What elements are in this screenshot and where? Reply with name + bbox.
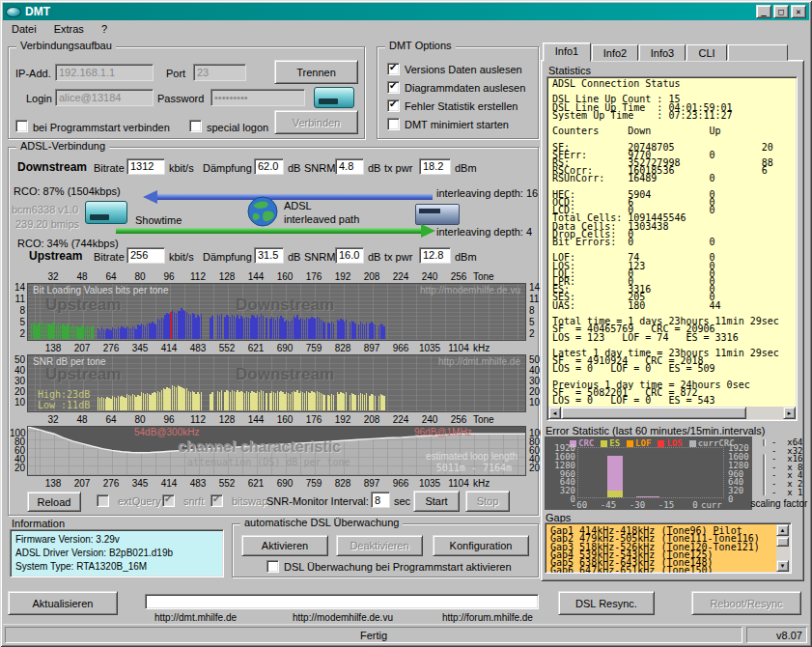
y-axis-label: 11 xyxy=(10,294,25,304)
upstream-arrow xyxy=(116,228,421,234)
konfiguration-button[interactable]: Konfiguration xyxy=(433,535,529,556)
scaling-label-x1[interactable]: - x 1 xyxy=(771,488,803,497)
downstream-arrow-head xyxy=(143,190,157,204)
chip-label: bcm6338 v1.0 xyxy=(12,204,78,215)
snrft-checkbox[interactable] xyxy=(162,494,175,507)
scroll-left-button[interactable]: ◄ xyxy=(548,407,561,419)
autostart-checkbox[interactable] xyxy=(15,120,28,132)
group-dmt-options: DMT Options Versions Daten auslesenDiagr… xyxy=(377,46,539,139)
chart-bar xyxy=(263,316,264,339)
watermark-upstream: Upstream xyxy=(45,295,121,315)
txpwr-label: tx pwr xyxy=(384,251,412,263)
scroll-up-button[interactable]: ▲ xyxy=(776,524,789,536)
upstream-arrow-head xyxy=(421,224,435,238)
minimize-button[interactable]: _ xyxy=(756,5,771,18)
path-sub: interleaved path xyxy=(284,213,359,225)
deaktivieren-button[interactable]: Deaktivieren xyxy=(336,535,423,556)
reboot-resync-button[interactable]: Reboot/Resync xyxy=(691,591,801,615)
axis-tick: 48 xyxy=(76,271,87,282)
link-url-1[interactable]: http://modemhilfe.de.vu xyxy=(293,612,393,623)
title-bar[interactable]: DMT _ □ ✕ xyxy=(3,3,809,20)
statistics-box[interactable]: ADSL Connection Status DSL Line Up Count… xyxy=(546,76,798,421)
chart-bar xyxy=(383,326,384,339)
dmt-option-checkbox[interactable] xyxy=(387,63,400,75)
tab-blank[interactable] xyxy=(728,44,788,61)
error-x-curr-label: curr xyxy=(701,500,722,510)
y-axis-label: 10 xyxy=(10,397,25,408)
link-url-0[interactable]: http://dmt.mhilfe.de xyxy=(154,612,237,623)
h-scrollbar[interactable]: ◄ ► xyxy=(548,407,796,419)
v-scroll-thumb[interactable] xyxy=(776,537,789,547)
verbinden-button[interactable]: Verbinden xyxy=(274,110,358,134)
port-input[interactable] xyxy=(193,64,246,81)
special-logon-checkbox[interactable] xyxy=(189,120,202,132)
gaps-box[interactable]: Gap1 414kHz-418kHz (Tone96) Pilot Gap2 4… xyxy=(545,522,792,574)
axis-tick: 483 xyxy=(190,343,207,353)
group-title: automatische DSL Überwachung xyxy=(240,517,403,528)
stop-button[interactable]: Stop xyxy=(465,491,510,512)
tab-info1[interactable]: Info1 xyxy=(543,42,591,62)
daempfung-unit: dB xyxy=(288,251,300,263)
axis-tick: 240 xyxy=(422,271,438,282)
axis-tick: 80 xyxy=(134,414,145,425)
login-input[interactable] xyxy=(55,89,154,106)
dsl-resync-button[interactable]: DSL Resync. xyxy=(558,591,655,615)
axis-tick: 414 xyxy=(161,478,178,489)
bitswap-checkbox[interactable] xyxy=(210,494,223,507)
chart-bar xyxy=(333,324,334,339)
y-axis-label: 20 xyxy=(10,463,25,473)
aktivieren-button[interactable]: Aktivieren xyxy=(241,535,328,556)
menu-item-datei[interactable]: Datei xyxy=(3,21,45,37)
tab-cli[interactable]: CLI xyxy=(686,44,727,61)
v-scrollbar[interactable]: ▲ ▼ xyxy=(776,524,790,572)
port-label: Port xyxy=(166,68,185,79)
ueberwachung-checkbox[interactable] xyxy=(266,560,279,573)
chart-bar xyxy=(221,390,222,410)
watermark-downstream: Downstream xyxy=(236,295,334,315)
menu-item-extras[interactable]: Extras xyxy=(45,21,93,37)
axis-tick: 96 xyxy=(163,271,174,282)
dmt-option-checkbox[interactable] xyxy=(387,118,400,130)
trennen-button[interactable]: Trennen xyxy=(274,60,358,84)
tab-info2[interactable]: Info2 xyxy=(592,44,638,61)
axis-tick: 128 xyxy=(219,414,236,425)
maximize-button[interactable]: □ xyxy=(773,5,789,18)
extquery-label: extQuery xyxy=(118,495,161,507)
dmt-option-checkbox[interactable] xyxy=(387,81,400,94)
axis-tick: 897 xyxy=(364,343,380,353)
version-label: v8.07 xyxy=(746,627,807,643)
start-button[interactable]: Start xyxy=(413,491,460,512)
extquery-checkbox[interactable] xyxy=(97,494,109,507)
interval-unit: sec xyxy=(394,495,410,507)
bitswap-label: bitswap xyxy=(232,495,267,507)
scroll-down-button[interactable]: ▼ xyxy=(776,560,789,572)
dmt-option-row: Diagrammdaten auslesen xyxy=(387,78,525,96)
slider-thumb[interactable] xyxy=(758,446,770,455)
axis-tick: 240 xyxy=(422,414,438,425)
channel-point-right: 96dB@1MHz xyxy=(414,427,472,437)
tone-axis-bottom: 3248648096112128144160176192208224240256… xyxy=(0,414,539,426)
interval-input[interactable] xyxy=(371,492,390,508)
axis-tick: 160 xyxy=(277,271,294,282)
snr-chart: SNR dB per tone http://dmt.mhilfe.de Ups… xyxy=(27,354,526,412)
chart-bar xyxy=(354,395,355,410)
error-y-label: 320 xyxy=(552,486,575,495)
ip-input[interactable] xyxy=(55,64,154,81)
password-input[interactable] xyxy=(210,89,305,106)
close-button[interactable]: ✕ xyxy=(791,5,806,18)
dmt-option-checkbox[interactable] xyxy=(387,99,400,112)
axis-tick: 552 xyxy=(219,343,236,353)
dmt-option-label: DMT minimiert starten xyxy=(405,119,509,130)
axis-tick: 144 xyxy=(248,414,265,425)
scroll-right-button[interactable]: ► xyxy=(783,407,796,419)
statistics-text: ADSL Connection Status DSL Line Up Count… xyxy=(552,80,779,405)
axis-tick: 759 xyxy=(306,478,322,489)
menu-item-[interactable]: ? xyxy=(93,21,116,37)
reload-button[interactable]: Reload xyxy=(27,492,81,512)
y-axis-label: 20 xyxy=(10,386,25,397)
interleaving-depth-down: interleaving depth: 16 xyxy=(436,187,538,199)
h-scroll-thumb[interactable] xyxy=(561,407,746,419)
link-url-2[interactable]: http://forum.mhilfe.de xyxy=(442,612,533,623)
legend-swatch xyxy=(601,440,607,447)
tab-info3[interactable]: Info3 xyxy=(639,44,686,61)
